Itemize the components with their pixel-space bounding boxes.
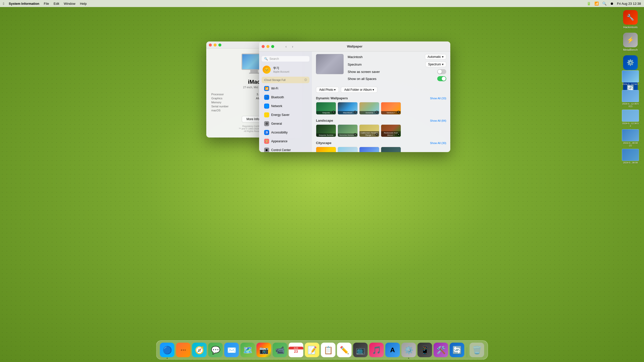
- sidebar-label-control-center: Control Center: [271, 148, 291, 152]
- dock-opcore[interactable]: 🔄: [450, 343, 464, 357]
- forward-arrow[interactable]: ›: [290, 44, 295, 49]
- menu-window[interactable]: Window: [64, 2, 75, 6]
- add-folder-button[interactable]: Add Folder or Album ▾: [341, 87, 377, 93]
- minimize-button[interactable]: [214, 43, 217, 47]
- sonoma-horizon-plus: +: [354, 133, 357, 136]
- landscape-thumb-sequoia-sunrise[interactable]: Sequoia Sunrise: [316, 124, 336, 137]
- cityscape-thumb-1[interactable]: [316, 147, 336, 152]
- apple-menu[interactable]: : [3, 2, 4, 6]
- sidebar-item-accessibility[interactable]: ♿ Accessibility: [261, 128, 310, 137]
- sequoia-sunrise-label: Sequoia Sunrise: [316, 133, 336, 137]
- app-name[interactable]: System Information: [9, 2, 39, 6]
- dock-safari[interactable]: 🧭: [192, 343, 207, 357]
- menu-help[interactable]: Help: [80, 2, 87, 6]
- color-dropdown[interactable]: Spectrum ▾: [425, 62, 446, 67]
- dock-calendar[interactable]: AUG 23: [289, 343, 303, 357]
- dock-messages[interactable]: 💬: [208, 343, 223, 357]
- dynamic-thumb-sequoia[interactable]: Sequoia +: [316, 102, 336, 115]
- add-photo-button[interactable]: Add Photo ▾: [316, 87, 339, 93]
- sidebar-label-appearance: Appearance: [271, 140, 288, 143]
- dynamic-show-all[interactable]: Show All (33): [430, 97, 446, 100]
- spaces-toggle[interactable]: [437, 76, 446, 81]
- dock-music[interactable]: 🎵: [369, 343, 384, 357]
- menu-file[interactable]: File: [44, 2, 49, 6]
- cityscape-show-all[interactable]: Show All (30): [430, 142, 446, 145]
- dynamic-thumb-ventura[interactable]: Ventura + +: [381, 102, 401, 115]
- back-arrow[interactable]: ‹: [284, 44, 289, 49]
- dock-iphone-mirroring[interactable]: 📱: [418, 343, 432, 357]
- sidebar-item-energy[interactable]: ⚡ Energy Saver: [261, 111, 310, 119]
- sidebar-search[interactable]: 🔍 Search: [262, 56, 309, 62]
- cityscape-thumb-2[interactable]: [338, 147, 358, 152]
- prefs-minimize-button[interactable]: [266, 45, 269, 48]
- sidebar-label-network: Network: [271, 104, 282, 108]
- dock-mail[interactable]: ✉️: [224, 343, 239, 357]
- landscape-thumb-temblor[interactable]: California's Temblor Range + +: [359, 124, 379, 137]
- sidebar-icon-label-metalbench: MetalBench: [623, 48, 638, 51]
- style-dropdown[interactable]: Automatic ▾: [425, 54, 446, 60]
- music-icon: 🎵: [372, 346, 381, 354]
- prefs-close-button[interactable]: [262, 45, 265, 48]
- sidebar-item-network[interactable]: 🌐 Network: [261, 102, 310, 110]
- dock-appstore[interactable]: A: [385, 343, 400, 357]
- dynamic-thumb-macos[interactable]: Macintosh +: [338, 102, 358, 115]
- screenshot-4[interactable]: 2024-0...38:08(2): [622, 129, 639, 147]
- dock-reminders[interactable]: 📋: [321, 343, 336, 357]
- dynamic-section-title: Dynamic Wallpapers: [316, 96, 348, 100]
- cityscape-thumb-3[interactable]: [359, 147, 379, 152]
- sidebar-user[interactable]: 😊 学习 Apple Account: [259, 64, 312, 76]
- dock-trash[interactable]: 🗑️: [470, 343, 484, 357]
- prefs-zoom-button[interactable]: [271, 45, 274, 48]
- dock-maps[interactable]: 🗺️: [240, 343, 255, 357]
- wallpaper-preview[interactable]: [316, 54, 344, 74]
- landscape-thumb-sonoma-horizon[interactable]: Sonoma Horizon + +: [338, 124, 358, 137]
- sidebar-label-bluetooth: Bluetooth: [271, 96, 284, 99]
- city2-image: [338, 147, 357, 152]
- cityscape-thumb-4[interactable]: [381, 147, 401, 152]
- dock-appletv[interactable]: 📺: [353, 343, 368, 357]
- zoom-button[interactable]: [218, 43, 221, 47]
- screenshot-3[interactable]: 2024-0...12:36:52: [622, 110, 639, 127]
- control-center-icon[interactable]: ⏺: [610, 2, 614, 6]
- wifi-icon[interactable]: 📶: [594, 2, 599, 6]
- storage-text: iCloud Storage Full: [264, 79, 286, 81]
- screenshots-panel: 2024-0...12:34:26 2024-0...12:36:52(2) 2…: [622, 70, 639, 164]
- sidebar-item-control-center[interactable]: ⏺ Control Center: [261, 146, 310, 152]
- spec-label-graphics: Graphics: [211, 97, 222, 100]
- landscape-thumb-redwoods[interactable]: Redwoods from Above + +: [381, 124, 401, 137]
- sidebar-item-appearance[interactable]: 🎨 Appearance: [261, 137, 310, 146]
- sidebar-icon-label-hackintools: Hackintools: [623, 26, 638, 29]
- sidebar-item-general[interactable]: ⚙ General: [261, 119, 310, 128]
- menu-edit[interactable]: Edit: [54, 2, 59, 6]
- dock-facetime[interactable]: 📹: [273, 343, 287, 357]
- screensaver-toggle[interactable]: [437, 69, 446, 74]
- dock-launchpad[interactable]: ⋯: [176, 343, 191, 357]
- search-placeholder: Search: [269, 57, 279, 61]
- dock-photos[interactable]: 📷: [257, 343, 271, 357]
- opcore-icon: 🔄: [452, 346, 462, 354]
- battery-icon[interactable]: 🔋: [587, 2, 591, 6]
- screenshot-label-2: 2024-0...12:36:52(2): [622, 103, 639, 108]
- sidebar-item-bluetooth[interactable]: 🔵 Bluetooth: [261, 93, 310, 102]
- dock-image-util[interactable]: 🛠️: [434, 343, 448, 357]
- desktop:  System Information File Edit Window He…: [0, 0, 644, 362]
- dock-system-prefs[interactable]: ⚙️: [401, 343, 416, 357]
- storage-banner[interactable]: iCloud Storage Full ⓘ: [262, 77, 309, 83]
- sidebar-icon-metalbench[interactable]: ⚡ MetalBench: [622, 33, 639, 51]
- dock-freeform[interactable]: ✏️: [337, 343, 352, 357]
- screenshot-1[interactable]: 2024-0...12:34:26: [622, 70, 639, 88]
- search-icon[interactable]: 🔍: [602, 2, 607, 6]
- landscape-section-title: Landscape: [316, 119, 333, 122]
- dynamic-thumb-sonoma[interactable]: Sonoma +: [359, 102, 379, 115]
- dock-finder[interactable]: 🔵: [160, 343, 175, 357]
- sidebar-label-wifi: Wi-Fi: [271, 87, 278, 90]
- landscape-show-all[interactable]: Show All (84): [430, 119, 446, 122]
- screenshot-5[interactable]: 2024-0...38:08: [622, 149, 639, 164]
- storage-info-icon: ⓘ: [304, 78, 307, 82]
- color-option-row: Spectrum Spectrum ▾: [348, 62, 446, 67]
- sidebar-item-wifi[interactable]: 📶 Wi-Fi: [261, 84, 310, 93]
- dock-notes[interactable]: 📝: [305, 343, 319, 357]
- close-button[interactable]: [209, 43, 212, 47]
- screenshot-2[interactable]: 2024-0...12:36:52(2): [622, 90, 639, 108]
- sidebar-icon-hackintools[interactable]: 🔧 Hackintools: [622, 10, 639, 29]
